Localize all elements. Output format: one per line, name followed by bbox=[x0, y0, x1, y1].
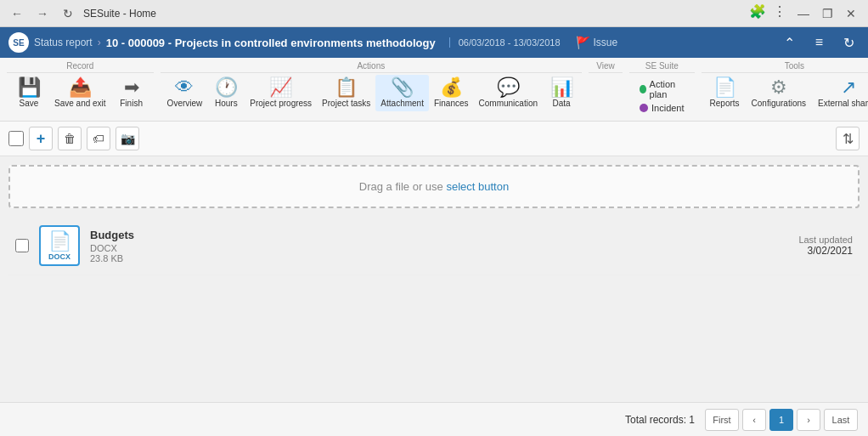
comm-label: Communication bbox=[479, 99, 538, 108]
save-exit-icon: 📤 bbox=[69, 78, 92, 97]
overview-label: Overview bbox=[167, 99, 203, 108]
last-updated-label: Last updated bbox=[798, 235, 853, 245]
app-logo: SE bbox=[8, 32, 29, 53]
finish-label: Finish bbox=[120, 99, 143, 108]
comm-icon: 💬 bbox=[497, 78, 520, 97]
finish-icon: ➡ bbox=[124, 78, 139, 97]
toolbar-section-actions: Actions 👁 Overview 🕐 Hours 📈 Project pro… bbox=[161, 61, 582, 111]
breadcrumb-collapse-button[interactable]: ⌃ bbox=[779, 33, 800, 53]
sort-button[interactable]: ⇅ bbox=[836, 127, 860, 150]
attachment-button[interactable]: 📎 Attachment bbox=[375, 75, 429, 111]
action-bar: + 🗑 🏷 📷 ⇅ bbox=[0, 122, 868, 156]
project-tasks-button[interactable]: 📋 Project tasks bbox=[317, 75, 375, 111]
file-icon: 📄 DOCX bbox=[39, 225, 80, 266]
file-details: Budgets DOCX 23.8 KB bbox=[90, 229, 788, 263]
breadcrumb-bar: SE Status report › 10 - 000009 - Project… bbox=[0, 27, 868, 58]
tag-button[interactable]: 🏷 bbox=[87, 127, 110, 150]
file-checkbox[interactable] bbox=[15, 239, 29, 252]
nav-refresh-button[interactable]: ↻ bbox=[58, 3, 78, 24]
file-list: 📄 DOCX Budgets DOCX 23.8 KB Last updated… bbox=[0, 217, 868, 275]
reports-button[interactable]: 📄 Reports bbox=[705, 75, 745, 111]
config-icon: ⚙ bbox=[770, 78, 787, 97]
hours-button[interactable]: 🕐 Hours bbox=[207, 75, 245, 111]
tasks-icon: 📋 bbox=[335, 78, 358, 97]
breadcrumb-refresh-button[interactable]: ↻ bbox=[838, 33, 860, 53]
drop-prefix: or use bbox=[413, 180, 447, 193]
next-page-button[interactable]: › bbox=[797, 409, 820, 431]
file-type: DOCX bbox=[90, 243, 117, 253]
finish-button[interactable]: ➡ Finish bbox=[113, 75, 150, 111]
overview-button[interactable]: 👁 Overview bbox=[162, 75, 208, 111]
data-label: Data bbox=[552, 99, 570, 108]
finance-icon: 💰 bbox=[440, 78, 463, 97]
close-button[interactable]: ✕ bbox=[841, 3, 861, 24]
incident-item[interactable]: Incident bbox=[636, 102, 688, 114]
maximize-button[interactable]: ❐ bbox=[817, 3, 837, 24]
breadcrumb-right: ⌃ ≡ ↻ bbox=[779, 33, 860, 53]
last-page-button[interactable]: Last bbox=[824, 409, 858, 431]
share-label: External sharing bbox=[818, 99, 868, 108]
hours-icon: 🕐 bbox=[215, 78, 238, 97]
select-button-link[interactable]: select button bbox=[446, 180, 509, 193]
configurations-button[interactable]: ⚙ Configurations bbox=[747, 75, 811, 111]
toolbar-section-se-suite: SE Suite Action plan Incident bbox=[629, 61, 695, 117]
toolbar-tools-label: Tools bbox=[702, 61, 868, 73]
external-sharing-button[interactable]: ↗ External sharing bbox=[813, 75, 868, 111]
file-updated: Last updated 3/02/2021 bbox=[798, 235, 853, 257]
toolbar-actions-label: Actions bbox=[161, 61, 582, 73]
breadcrumb-date: 06/03/2018 - 13/03/2018 bbox=[449, 37, 561, 48]
titlebar-left: ← → ↻ SESuite - Home bbox=[7, 3, 156, 24]
hours-label: Hours bbox=[215, 99, 238, 108]
file-type-label: DOCX bbox=[48, 252, 70, 261]
toolbar-se-label: SE Suite bbox=[629, 61, 695, 73]
total-records: Total records: 1 bbox=[625, 414, 695, 426]
project-progress-button[interactable]: 📈 Project progress bbox=[245, 75, 317, 111]
nav-forward-button[interactable]: → bbox=[32, 3, 53, 24]
titlebar: ← → ↻ SESuite - Home 🧩 ⋮ — ❐ ✕ bbox=[0, 0, 868, 27]
puzzle-icon: 🧩 bbox=[749, 3, 766, 24]
save-label: Save bbox=[20, 99, 39, 108]
file-meta: DOCX 23.8 KB bbox=[90, 243, 788, 263]
first-page-button[interactable]: First bbox=[705, 409, 739, 431]
breadcrumb-list-button[interactable]: ≡ bbox=[810, 33, 828, 52]
action-plan-item[interactable]: Action plan bbox=[636, 78, 688, 100]
breadcrumb-parent[interactable]: Status report bbox=[34, 37, 93, 48]
incident-dot bbox=[640, 104, 648, 112]
communication-button[interactable]: 💬 Communication bbox=[474, 75, 543, 111]
progress-label: Project progress bbox=[250, 99, 312, 108]
action-plan-label: Action plan bbox=[650, 79, 685, 99]
file-size: 23.8 KB bbox=[90, 253, 123, 263]
overview-icon: 👁 bbox=[175, 78, 194, 97]
delete-button[interactable]: 🗑 bbox=[58, 127, 82, 150]
current-page-button[interactable]: 1 bbox=[769, 409, 793, 431]
toolbar-record-label: Record bbox=[7, 61, 154, 73]
progress-icon: 📈 bbox=[269, 78, 292, 97]
data-button[interactable]: 📊 Data bbox=[543, 75, 580, 111]
toolbar-section-view: View bbox=[589, 61, 623, 116]
scan-button[interactable]: 📷 bbox=[116, 127, 139, 150]
titlebar-title: SESuite - Home bbox=[83, 8, 156, 20]
toolbar-view-label: View bbox=[589, 61, 623, 73]
file-date: 3/02/2021 bbox=[798, 245, 853, 257]
issue-badge: 🚩 Issue bbox=[576, 36, 618, 49]
drop-text: Drag a file bbox=[359, 180, 409, 193]
prev-page-button[interactable]: ‹ bbox=[742, 409, 766, 431]
flag-icon: 🚩 bbox=[576, 36, 590, 49]
minimize-button[interactable]: — bbox=[793, 3, 814, 24]
breadcrumb-title: 10 - 000009 - Projects in controlled env… bbox=[106, 37, 436, 49]
finances-button[interactable]: 💰 Finances bbox=[429, 75, 474, 111]
tasks-label: Project tasks bbox=[322, 99, 370, 108]
nav-back-button[interactable]: ← bbox=[7, 3, 27, 24]
add-button[interactable]: + bbox=[29, 127, 53, 150]
issue-label: Issue bbox=[594, 37, 618, 48]
ellipsis-icon: ⋮ bbox=[773, 3, 786, 24]
select-all-checkbox[interactable] bbox=[8, 131, 24, 146]
file-item: 📄 DOCX Budgets DOCX 23.8 KB Last updated… bbox=[8, 217, 860, 275]
toolbar-row: Record 💾 Save 📤 Save and exit ➡ Finish A… bbox=[7, 61, 861, 117]
save-button[interactable]: 💾 Save bbox=[10, 75, 48, 111]
toolbar: Record 💾 Save 📤 Save and exit ➡ Finish A… bbox=[0, 58, 868, 122]
save-and-exit-button[interactable]: 📤 Save and exit bbox=[49, 75, 111, 111]
attach-label: Attachment bbox=[380, 99, 424, 108]
pagination-footer: Total records: 1 First ‹ 1 › Last bbox=[0, 402, 868, 436]
toolbar-section-tools: Tools 📄 Reports ⚙ Configurations ↗ Exter… bbox=[702, 61, 868, 111]
